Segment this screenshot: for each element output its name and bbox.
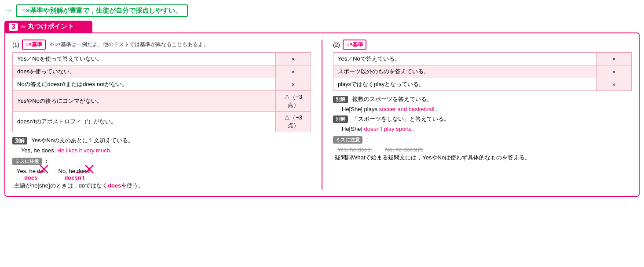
col2-bekkai1-plain: He[She] plays xyxy=(342,106,377,112)
col1-miss-item-2: No, he don't. doesn't xyxy=(59,168,91,181)
col1-header: (1) ○×基準 ※○×基準は一例だよ。他のテストでは基準が異なることもあるよ。 xyxy=(12,40,311,50)
col1-bekkai1: 別解 YesやNoの文のあとに１文加えている。 xyxy=(12,137,311,144)
table-row: YesやNoの後ろにコンマがない。△（−3点） xyxy=(13,91,311,112)
mark-cell: × xyxy=(596,65,632,78)
banner-arrow: → xyxy=(4,6,12,15)
criterion-cell: Yes／Noで答えている。 xyxy=(333,53,596,65)
col2-bekkai1-example: He[She] plays soccer and basketball . xyxy=(342,106,632,112)
col2-miss-colon: ： xyxy=(364,136,370,143)
col2-miss-note: 疑問詞Whatで始まる疑問文には，YesやNoは使わず具体的なものを答える。 xyxy=(335,154,632,162)
mark-cell: × xyxy=(276,78,311,91)
col2-bekkai1-colored: soccer and basketball xyxy=(379,106,435,112)
section-title: 丸つけポイント xyxy=(28,22,74,31)
col2-miss-label: ミスに注意 xyxy=(333,136,362,144)
table-row: playsではなくplayとなっている。× xyxy=(333,78,632,91)
col1-miss-wrong1-pre: Yes, he xyxy=(17,168,37,174)
col2-miss-wrong1: Yes, he does. xyxy=(337,146,372,153)
col2-bekkai2-plain: He[She] xyxy=(342,126,362,132)
criterion-cell: doesn'tのアポストロフィ（'）がない。 xyxy=(13,112,276,132)
table-row: doesn'tのアポストロフィ（'）がない。△（−3点） xyxy=(13,112,311,132)
col1-cross1-icon xyxy=(39,164,49,174)
table-row: スポーツ以外のものを答えている。× xyxy=(333,65,632,78)
banner-text: ○×基準や別解が豊富で，生徒が自分で採点しやすい。 xyxy=(16,4,188,17)
criterion-cell: スポーツ以外のものを答えている。 xyxy=(333,65,596,78)
col2-bekkai2-example: He[She] doesn't play sports . xyxy=(342,126,632,132)
col2-table: Yes／Noで答えている。×スポーツ以外のものを答えている。×playsではなく… xyxy=(333,52,632,91)
top-banner: → ○×基準や別解が豊富で，生徒が自分で採点しやすい。 xyxy=(4,4,640,17)
table-row: doesを使っていない。× xyxy=(13,65,311,78)
col1-bekkai1-desc: YesやNoの文のあとに１文加えている。 xyxy=(31,137,134,144)
col2-ox-label: ○×基準 xyxy=(343,40,366,50)
col1-miss-examples: Yes, he do. does No, he don't. xyxy=(17,168,311,181)
col1-note: ※○×基準は一例だよ。他のテストでは基準が異なることもあるよ。 xyxy=(49,41,209,48)
col2-bekkai2-end: . xyxy=(413,126,415,132)
criterion-cell: playsではなくplayとなっている。 xyxy=(333,78,596,91)
criterion-cell: Noの答えにdoesn'tまたはdoes notがない。 xyxy=(13,78,276,91)
col1-bekkai1-label: 別解 xyxy=(12,137,27,144)
col2-number: (2) xyxy=(333,41,340,48)
section-header: 3 ✏ 丸つけポイント xyxy=(4,21,92,32)
column-2: (2) ○×基準 Yes／Noで答えている。×スポーツ以外のものを答えている。×… xyxy=(333,40,632,190)
col2-miss: ミスに注意： xyxy=(333,136,632,144)
criterion-cell: doesを使っていない。 xyxy=(13,65,276,78)
col1-miss-wrong2-pre: No, he xyxy=(59,168,77,174)
mark-cell: △（−3点） xyxy=(276,112,311,132)
col2-bekkai2: 別解 「スポーツをしない」と答えている。 xyxy=(333,115,632,123)
col1-miss: ミスに注意： xyxy=(12,157,311,165)
table-row: Noの答えにdoesn'tまたはdoes notがない。× xyxy=(13,78,311,91)
mark-cell: × xyxy=(276,65,311,78)
section-number: 3 xyxy=(9,23,18,31)
col1-number: (1) xyxy=(12,41,19,48)
col2-bekkai1: 別解 複数のスポーツを答えている。 xyxy=(333,95,632,103)
col1-miss-correction1: does xyxy=(17,174,45,181)
col2-miss-wrong2: No, he doesn't. xyxy=(385,146,423,153)
col2-miss-item-1: Yes, he does. xyxy=(337,146,372,153)
criterion-cell: Yes／Noを使って答えていない。 xyxy=(13,53,276,65)
col1-ox-label: ○×基準 xyxy=(22,40,46,50)
col1-bekkai1-colored: He likes it very much. xyxy=(57,147,112,154)
col1-miss-correction2: doesn't xyxy=(59,174,91,181)
col2-miss-examples: Yes, he does. No, he doesn't. xyxy=(337,146,632,153)
col2-bekkai1-desc: 複数のスポーツを答えている。 xyxy=(352,96,432,102)
column-1: (1) ○×基準 ※○×基準は一例だよ。他のテストでは基準が異なることもあるよ。… xyxy=(12,40,311,190)
col1-cross2-icon xyxy=(84,164,94,174)
col1-bekkai1-plain: Yes, he does. xyxy=(21,147,55,154)
table-row: Yes／Noで答えている。× xyxy=(333,53,632,65)
col1-bekkai1-example: Yes, he does. He likes it very much. xyxy=(21,147,311,154)
col1-miss-label: ミスに注意 xyxy=(12,158,42,165)
col1-table: Yes／Noを使って答えていない。×doesを使っていない。×Noの答えにdoe… xyxy=(12,52,311,132)
col1-miss-note: 主語がhe[she]のときは，doではなくdoesを使う。 xyxy=(14,182,311,190)
col2-miss-item-2: No, he doesn't. xyxy=(385,146,423,153)
col2-bekkai2-label: 別解 xyxy=(333,115,348,123)
criterion-cell: YesやNoの後ろにコンマがない。 xyxy=(13,91,276,112)
col2-bekkai1-end: . xyxy=(436,106,438,112)
two-column-layout: (1) ○×基準 ※○×基準は一例だよ。他のテストでは基準が異なることもあるよ。… xyxy=(12,40,632,190)
mark-cell: × xyxy=(276,53,311,65)
col1-miss-item-1: Yes, he do. does xyxy=(17,168,45,181)
col1-miss-colon: ： xyxy=(44,158,49,164)
mark-cell: △（−3点） xyxy=(276,91,311,112)
col2-bekkai2-desc: 「スポーツをしない」と答えている。 xyxy=(352,115,450,122)
col2-header: (2) ○×基準 xyxy=(333,40,632,50)
column-divider xyxy=(322,40,322,190)
col2-bekkai1-label: 別解 xyxy=(333,96,348,103)
pencil-icon: ✏ xyxy=(21,23,26,30)
table-row: Yes／Noを使って答えていない。× xyxy=(13,53,311,65)
mark-cell: × xyxy=(596,78,632,91)
main-container: (1) ○×基準 ※○×基準は一例だよ。他のテストでは基準が異なることもあるよ。… xyxy=(4,32,640,197)
mark-cell: × xyxy=(596,53,632,65)
col2-bekkai2-colored: doesn't play sports xyxy=(364,126,412,132)
